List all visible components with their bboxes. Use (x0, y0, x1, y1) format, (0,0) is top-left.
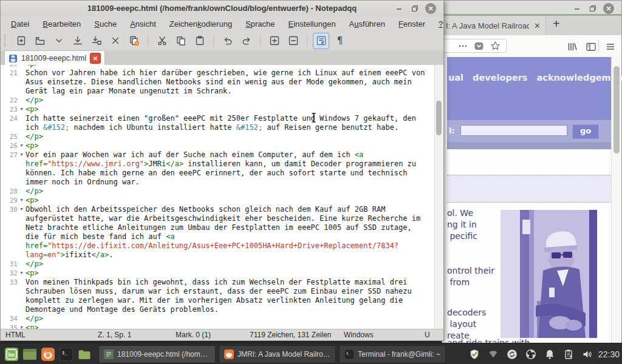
document-tab-bar[interactable]: 181009-eeepc.html ✕ (1, 50, 443, 66)
scrollbar-thumb[interactable] (613, 66, 620, 153)
editor-row[interactable]: 33Von meinen Thinkpads bin ich gewohnt, … (1, 278, 436, 287)
editor-row[interactable]: Gerät lag ein paar Monate ungenutzt im S… (1, 87, 436, 96)
editor-row[interactable]: aufgerüstet hatte, war die Arbeitsgeschw… (1, 214, 436, 223)
go-button[interactable]: go (572, 124, 599, 139)
editor-row[interactable]: 26▼<p> (1, 141, 436, 150)
notifications-bell-icon[interactable] (544, 349, 555, 360)
editor-row[interactable]: 29▼<p> (1, 196, 436, 205)
editor-row[interactable]: immer noch in Ordnung war. (1, 178, 436, 187)
taskbar-window-terminal[interactable]: $_Terminal - frank@Gimli: ~ (339, 345, 446, 363)
fold-marker-icon[interactable]: ▼ (18, 205, 26, 214)
firefox-window[interactable]: ✕ I: A Java Model Railroad In ✕ + ualdev… (442, 0, 622, 364)
editor-row[interactable]: href="https://de.ifixit.com/Anleitung/As… (1, 241, 436, 251)
firefox-titlebar[interactable]: ✕ (442, 1, 621, 14)
hamburger-menu-icon[interactable] (605, 41, 616, 52)
jmri-nav-link-developers[interactable]: developers (473, 73, 527, 83)
taskbar[interactable]: lm$_ 181009-eeepc.html (/home/...JMRI: A… (0, 343, 622, 364)
fold-marker-icon[interactable]: ▼ (18, 105, 26, 114)
jmri-nav-link-ual[interactable]: ual (448, 73, 463, 83)
editor-row[interactable]: 21Schon vor Jahren habe ich hier darüber… (1, 69, 436, 78)
editor-row[interactable]: komplett zu zerlegen war. Mit der im vor… (1, 296, 436, 305)
redo-button[interactable] (238, 33, 255, 49)
editor-area[interactable]: 20▼<p>21Schon vor Jahren habe ich hier d… (1, 65, 436, 331)
editor-row[interactable]: href="https://www.jmri.org">JMRi</a> ins… (1, 160, 436, 169)
close-button[interactable]: ✕ (603, 3, 614, 14)
fold-marker-icon[interactable]: ▼ (18, 269, 26, 278)
network-icon[interactable] (488, 349, 499, 360)
fold-marker-icon[interactable]: ▼ (18, 141, 26, 150)
editor-row[interactable]: Netz brachte etliche Anleitungen zum Umb… (1, 223, 436, 232)
save-button[interactable] (69, 33, 86, 49)
taskbar-window-notepadqq[interactable]: 181009-eeepc.html (/home/... (98, 345, 216, 363)
firefox-button[interactable] (39, 346, 57, 363)
editor-scrollbar[interactable] (434, 65, 443, 331)
undo-button[interactable] (219, 33, 236, 49)
search-input[interactable] (460, 125, 567, 136)
menu-hilfe[interactable]: ? (432, 18, 449, 30)
tab-jmri[interactable]: I: A Java Model Railroad In ✕ (442, 16, 546, 35)
close-document-button[interactable] (107, 33, 123, 49)
new-tab-button[interactable]: + (553, 17, 560, 31)
editor-row[interactable]: 34</p> (1, 314, 436, 323)
terminal-button[interactable]: $_ (57, 346, 75, 363)
system-tray[interactable] (469, 349, 598, 360)
editor-row[interactable]: 24Ich hatte seinerzeit einen "großen" ee… (1, 114, 436, 123)
clock[interactable]: 22:30 (598, 349, 622, 359)
shutter-icon[interactable] (525, 349, 536, 360)
menu-bearbeiten[interactable]: Bearbeiten (36, 18, 87, 30)
firefox-nav-bar[interactable] (442, 35, 621, 58)
page-actions-icon[interactable] (458, 41, 468, 51)
zoom-in-button[interactable] (266, 33, 282, 49)
page-scrollbar[interactable] (611, 57, 621, 363)
clipboard-icon[interactable] (563, 349, 574, 360)
volume-icon[interactable] (582, 349, 593, 360)
notepadqq-titlebar[interactable]: 181009-eeepc.html (/home/frank/ownCloud/… (1, 1, 443, 17)
editor-row[interactable]: 22</p> (1, 96, 436, 105)
menu-fenster[interactable]: Fenster (392, 18, 432, 30)
editor-row[interactable]: 28</p> (1, 187, 436, 196)
paragraph-marks-button[interactable]: ¶ (332, 33, 348, 49)
fold-marker-icon[interactable]: ▼ (18, 150, 26, 160)
menu-datei[interactable]: Datei (4, 18, 36, 30)
pocket-icon[interactable] (474, 41, 484, 51)
editor-row[interactable]: Asus einsetze. Diese handlichen Netbooks… (1, 78, 436, 87)
bookmark-star-icon[interactable] (490, 41, 501, 51)
tab-181009-eeepc[interactable]: 181009-eeepc.html ✕ (4, 50, 105, 66)
launcher-area[interactable]: lm$_ (2, 346, 94, 363)
window-list[interactable]: 181009-eeepc.html (/home/...JMRI: A Java… (98, 345, 449, 363)
menu-sprache[interactable]: Sprache (239, 18, 281, 30)
open-file-button[interactable] (32, 33, 48, 49)
editor-row[interactable]: 32▼<p> (1, 269, 436, 278)
paste-button[interactable] (191, 33, 208, 49)
editor-row[interactable]: 30▼Obwohl ich den Arbeitsspeicher des Ne… (1, 205, 436, 214)
taskbar-window-firefox[interactable]: JMRI: A Java Model Railroad... (219, 345, 336, 363)
url-bar[interactable] (437, 39, 507, 53)
tab-close-icon[interactable]: ✕ (90, 53, 101, 64)
editor-row[interactable]: lang=en">ifixit</a>. (1, 251, 436, 260)
editor-row[interactable]: die für mich beste fand ich auf <a (1, 232, 436, 241)
editor-row[interactable]: 27▼Vor ein paar Wochen war ich auf der S… (1, 150, 436, 160)
menu-ansicht[interactable]: Ansicht (123, 18, 163, 30)
firefox-tab-bar[interactable]: I: A Java Model Railroad In ✕ + (442, 16, 621, 36)
maximize-button[interactable] (409, 3, 420, 14)
scrollbar-thumb[interactable] (436, 101, 442, 135)
editor-row[interactable]: können. Ich habe mich gerne an den eeePC… (1, 169, 436, 178)
tab-close-icon[interactable]: ✕ (529, 21, 545, 30)
menu-zeichenkodierung[interactable]: Zeichenkodierung (163, 18, 239, 30)
close-button[interactable]: ✕ (425, 3, 436, 14)
copy-button[interactable] (173, 33, 189, 49)
editor-row[interactable]: 31</p> (1, 260, 436, 269)
show-desktop-button[interactable] (21, 346, 39, 363)
jmri-nav-links[interactable]: ualdevelopersacknowledgements (448, 73, 622, 83)
new-document-button[interactable] (13, 33, 29, 49)
menu-bar[interactable]: DateiBearbeitenSucheAnsichtZeichenkodier… (1, 16, 443, 31)
library-icon[interactable] (567, 41, 578, 52)
maximize-button[interactable] (587, 3, 598, 14)
sidebar-icon[interactable] (586, 41, 596, 52)
jmri-page[interactable]: ualdevelopersacknowledgements l: go ol. … (442, 57, 621, 363)
updates-shield-icon[interactable] (469, 349, 480, 360)
minimize-button[interactable] (572, 3, 583, 14)
menu-suche[interactable]: Suche (87, 18, 123, 30)
editor-row[interactable]: 25</p> (1, 132, 436, 141)
mint-menu-button[interactable]: lm (2, 346, 21, 363)
